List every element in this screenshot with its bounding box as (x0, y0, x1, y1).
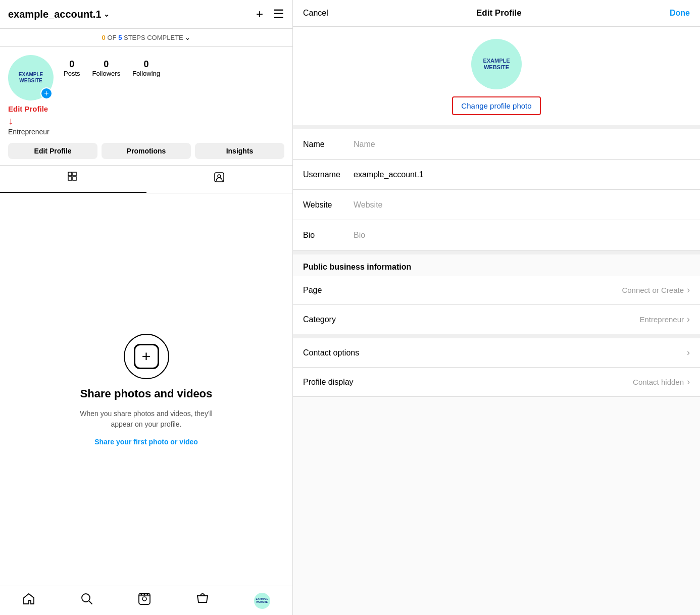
category-row-right: Entrepreneur › (639, 314, 690, 325)
website-label: Website (303, 200, 354, 210)
search-icon[interactable] (80, 592, 93, 609)
insights-button[interactable]: Insights (195, 143, 284, 159)
username-row[interactable]: Username example_account.1 (293, 160, 700, 190)
done-button[interactable]: Done (670, 9, 690, 18)
steps-complete-label: STEPS COMPLETE (124, 34, 185, 41)
steps-banner[interactable]: 0 OF 5 STEPS COMPLETE ⌄ (0, 29, 292, 47)
account-chevron-icon: ⌄ (104, 10, 110, 18)
left-panel: example_account.1 ⌄ + ☰ 0 OF 5 STEPS COM… (0, 0, 293, 615)
contact-options-label: Contact options (303, 348, 359, 357)
home-icon[interactable] (22, 592, 35, 609)
right-avatar-line1: EXAMPLE (483, 58, 510, 64)
bio-row[interactable]: Bio Bio (293, 220, 700, 250)
contact-options-row[interactable]: Contact options › (293, 338, 700, 368)
empty-desc: When you share photos and videos, they'l… (71, 408, 222, 430)
bio-text: Entrepreneur (0, 127, 292, 141)
profile-photo-section: EXAMPLE WEBSITE Change profile photo (293, 27, 700, 129)
edit-profile-callout: Edit Profile (0, 105, 292, 115)
avatar-line1: EXAMPLE (19, 72, 43, 77)
profile-section: EXAMPLE WEBSITE + 0 Posts 0 Followers 0 … (0, 47, 292, 105)
category-chevron-icon: › (687, 314, 690, 325)
bottom-nav: EXAMPLEWEBSITE (0, 586, 292, 615)
steps-total: 5 (118, 34, 122, 41)
posts-count: 0 (69, 59, 74, 70)
avatar-text: EXAMPLE WEBSITE (19, 72, 43, 84)
contact-options-right: › (687, 347, 690, 358)
followers-label: Followers (92, 70, 121, 77)
section-separator-2 (293, 334, 700, 338)
share-link[interactable]: Share your first photo or video (94, 438, 198, 446)
category-label: Category (303, 315, 336, 324)
edit-profile-button[interactable]: Edit Profile (8, 143, 97, 159)
right-avatar-text: EXAMPLE WEBSITE (483, 58, 510, 71)
svg-rect-3 (73, 177, 76, 180)
promotions-button[interactable]: Promotions (102, 143, 191, 159)
profile-display-label: Profile display (303, 378, 354, 387)
edit-profile-title: Edit Profile (476, 8, 522, 18)
svg-point-11 (141, 594, 142, 595)
add-photo-circle[interactable]: + (124, 334, 169, 379)
section-separator-1 (293, 250, 700, 254)
tab-grid[interactable] (0, 166, 146, 193)
action-buttons: Edit Profile Promotions Insights (0, 141, 292, 165)
empty-title: Share photos and videos (80, 387, 213, 400)
avatar-line2: WEBSITE (19, 78, 42, 83)
svg-point-12 (144, 594, 145, 595)
category-value: Entrepreneur (639, 315, 684, 324)
right-avatar-line2: WEBSITE (484, 64, 509, 70)
tab-bar (0, 165, 292, 193)
username-value[interactable]: example_account.1 (354, 170, 690, 179)
page-label: Page (303, 286, 322, 295)
username-label: Username (303, 170, 354, 179)
edit-profile-callout-text: Edit Profile (8, 105, 48, 113)
steps-num: 0 (102, 34, 106, 41)
svg-rect-1 (73, 172, 76, 176)
grid-icon (68, 172, 79, 186)
account-name[interactable]: example_account.1 ⌄ (8, 9, 110, 20)
profile-display-value: Contact hidden (633, 378, 684, 386)
arrow-down-icon: ↓ (0, 115, 292, 127)
section-title: Public business information (303, 263, 411, 271)
svg-point-5 (218, 175, 221, 178)
add-photo-icon: + (134, 344, 159, 369)
name-input[interactable]: Name (354, 140, 690, 149)
header-icons: + ☰ (256, 7, 284, 21)
following-label: Following (132, 70, 160, 77)
tagged-icon (214, 172, 225, 186)
posts-label: Posts (64, 70, 80, 77)
account-name-text: example_account.1 (8, 9, 102, 20)
add-icon[interactable]: + (256, 7, 263, 21)
svg-line-7 (89, 601, 92, 604)
profile-nav-icon[interactable]: EXAMPLEWEBSITE (254, 593, 270, 609)
website-row[interactable]: Website Website (293, 190, 700, 220)
cancel-button[interactable]: Cancel (303, 9, 328, 18)
tab-tagged[interactable] (146, 166, 293, 193)
stat-posts: 0 Posts (64, 59, 80, 77)
name-label: Name (303, 140, 354, 149)
page-row-right: Connect or Create › (622, 285, 690, 295)
stat-followers: 0 Followers (92, 59, 121, 77)
change-photo-button[interactable]: Change profile photo (452, 96, 540, 115)
bio-label: Bio (303, 231, 354, 240)
profile-display-row[interactable]: Profile display Contact hidden › (293, 368, 700, 397)
shop-icon[interactable] (196, 592, 209, 609)
name-row[interactable]: Name Name (293, 129, 700, 160)
avatar-plus-button[interactable]: + (40, 87, 53, 99)
svg-point-9 (142, 597, 146, 601)
reels-icon[interactable] (138, 592, 151, 609)
right-avatar: EXAMPLE WEBSITE (471, 39, 522, 89)
left-header: example_account.1 ⌄ + ☰ (0, 0, 292, 29)
profile-display-right: Contact hidden › (633, 377, 690, 387)
following-count: 0 (144, 59, 149, 70)
page-row[interactable]: Page Connect or Create › (293, 276, 700, 305)
empty-content: + Share photos and videos When you share… (0, 193, 292, 586)
website-input[interactable]: Website (354, 200, 690, 210)
stats-row: 0 Posts 0 Followers 0 Following (64, 55, 284, 77)
profile-display-chevron-icon: › (687, 377, 690, 387)
menu-icon[interactable]: ☰ (273, 7, 284, 21)
steps-of-label: OF (107, 34, 118, 41)
bio-input[interactable]: Bio (354, 231, 690, 240)
category-row[interactable]: Category Entrepreneur › (293, 305, 700, 334)
svg-point-6 (82, 594, 90, 602)
avatar-wrap: EXAMPLE WEBSITE + (8, 55, 54, 100)
